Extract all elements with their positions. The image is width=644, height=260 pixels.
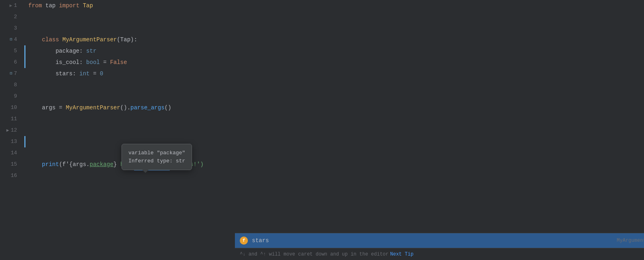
code-line-8 (24, 79, 644, 91)
code-line-9 (24, 91, 644, 102)
autocomplete-item-icon: f (240, 237, 248, 245)
gutter-line-1: ▶1 (0, 0, 20, 11)
gutter-line-6: 6 (0, 57, 20, 68)
tooltip-line1: variable "package" (128, 149, 185, 157)
code-line-7: stars: int = 0 (24, 68, 644, 79)
code-line-1: from tap import Tap (24, 0, 644, 11)
code-line-16 (24, 170, 644, 181)
gutter-line-5: 5 (0, 45, 20, 57)
code-line-15: print(f'{args.package} has {args.star} s… (24, 159, 644, 170)
code-editor[interactable]: from tap import Tap class MyArgumentPars… (24, 0, 644, 260)
code-line-3 (24, 23, 644, 34)
code-line-4: class MyArgumentParser(Tap): (24, 34, 644, 45)
gutter-line-8: 8 (0, 79, 20, 91)
gutter-line-3: 3 (0, 23, 20, 34)
gutter-line-14: 14 (0, 147, 20, 159)
autocomplete-item-source: MyArgumentParser (617, 238, 644, 243)
code-line-2 (24, 11, 644, 23)
code-line-14 (24, 147, 644, 159)
gutter-line-2: 2 (0, 11, 20, 23)
keyword-import: import (59, 0, 79, 11)
gutter-line-13: 13 (0, 136, 20, 147)
autocomplete-hint-bar: ^↓ and ^↑ will move caret down and up in… (235, 248, 644, 260)
keyword-from: from (28, 0, 42, 11)
type-tooltip: variable "package" Inferred type: str (122, 144, 192, 170)
next-tip-button[interactable]: Next Tip (390, 251, 414, 257)
gutter-line-11: 11 (0, 113, 20, 125)
autocomplete-item-stars[interactable]: f stars MyArgumentParser (235, 233, 644, 248)
keyword-class: class (42, 34, 59, 45)
code-line-6: is_cool: bool = False (24, 57, 644, 68)
gutter-line-10: 10 (0, 102, 20, 113)
autocomplete-dropdown[interactable]: f stars MyArgumentParser ^↓ and ^↑ will … (235, 233, 644, 260)
gutter-line-9: 9 (0, 91, 20, 102)
gutter-line-15: 15 (0, 159, 20, 170)
code-line-11 (24, 113, 644, 125)
editor-container: ▶1 2 3 ⊟4 5 6 ⊟7 8 9 10 11 ▶12 13 14 15 … (0, 0, 644, 260)
gutter-line-7: ⊟7 (0, 68, 20, 79)
line-number-gutter: ▶1 2 3 ⊟4 5 6 ⊟7 8 9 10 11 ▶12 13 14 15 … (0, 0, 24, 260)
gutter-line-12: ▶12 (0, 125, 20, 136)
hint-key-text: ^↓ and ^↑ will move caret down and up in… (240, 251, 388, 257)
code-line-12 (24, 125, 644, 136)
autocomplete-item-text: stars (252, 237, 613, 244)
code-line-10: args = MyArgumentParser().parse_args() (24, 102, 644, 113)
gutter-line-4: ⊟4 (0, 34, 20, 45)
tooltip-line2: Inferred type: str (128, 157, 185, 165)
gutter-line-16: 16 (0, 170, 20, 181)
code-line-5: package: str (24, 45, 644, 57)
code-line-13 (24, 136, 644, 147)
